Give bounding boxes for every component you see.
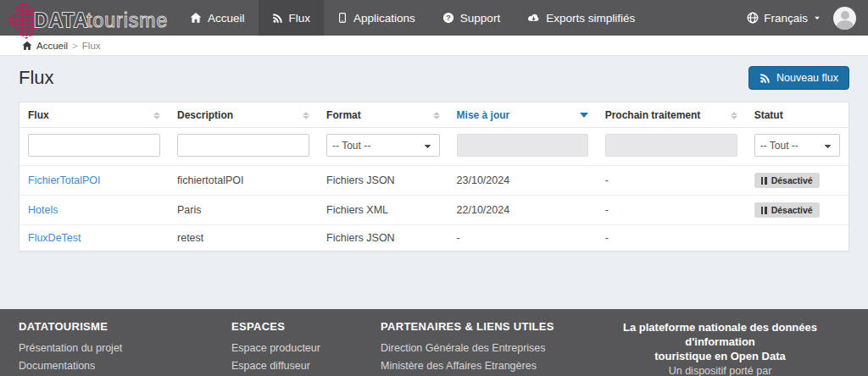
user-avatar[interactable] [833, 7, 856, 30]
filter-input-disabled-mise-jour [457, 134, 588, 157]
column-label: Description [177, 109, 233, 121]
footer-links: Présentation du projetDocumentationsRess… [19, 340, 231, 376]
footer-heading: DATATOURISME [19, 320, 231, 333]
sort-icon[interactable] [731, 112, 737, 119]
cell-format: Fichiers XML [318, 196, 448, 225]
filter-select-statut[interactable]: -- Tout -- [754, 134, 840, 157]
cell-description: retest [169, 225, 318, 252]
cell-next: - [597, 225, 746, 252]
page-footer: DATATOURISME Présentation du projetDocum… [0, 309, 868, 376]
language-label: Français [764, 12, 808, 25]
column-header-flux[interactable]: Flux [19, 102, 169, 128]
footer-link[interactable]: Ministère des Affaires Etrangères [381, 360, 537, 372]
cell-updated: - [448, 225, 597, 252]
footer-link[interactable]: Espace producteur [231, 342, 320, 354]
column-header-format[interactable]: Format [318, 102, 448, 128]
footer-links: Espace producteurEspace diffuseurEspace … [231, 340, 381, 376]
tablet-icon [337, 12, 348, 24]
flux-link[interactable]: Hotels [28, 204, 58, 216]
footer-link[interactable]: Direction Générale des Entreprises [381, 342, 546, 354]
cell-format: Fichiers JSON [318, 166, 448, 196]
new-flux-button-label: Nouveau flux [776, 72, 838, 84]
column-label: Flux [28, 109, 49, 121]
nav-item-accueil[interactable]: Accueil [176, 0, 259, 36]
nav-item-applications[interactable]: Applications [324, 0, 429, 36]
flux-link[interactable]: FluxDeTest [28, 232, 81, 244]
page-title: Flux [19, 67, 54, 89]
cell-description: Paris [169, 196, 318, 225]
table-row: FluxDeTestretestFichiers JSON-- [19, 225, 849, 252]
sort-icon[interactable] [433, 112, 440, 119]
footer-link-item: Espace diffuseur [231, 357, 381, 373]
flux-link[interactable]: FichierTotalPOI [28, 174, 100, 186]
cell-status [746, 225, 849, 252]
brand-text-tourisme: tourisme [86, 9, 168, 31]
nav-item-label: Support [460, 12, 500, 25]
nav-item-label: Applications [353, 12, 415, 25]
flux-table-panel: FluxDescriptionFormatMise à jourProchain… [19, 102, 849, 252]
pause-icon [761, 207, 767, 214]
rss-icon [272, 13, 283, 24]
column-header-statut: Statut [746, 102, 849, 128]
footer-link[interactable]: Documentations [19, 360, 95, 372]
footer-link[interactable]: Espace diffuseur [231, 360, 310, 372]
page-header: Flux Nouveau flux [19, 66, 849, 90]
footer-link-item: Espace producteur [231, 340, 381, 356]
footer-heading: ESPACES [231, 320, 381, 333]
filter-input-flux[interactable] [28, 134, 160, 157]
filter-input-description[interactable] [177, 134, 309, 157]
caret-down-icon [813, 14, 821, 22]
nav-item-support[interactable]: ?Support [429, 0, 514, 36]
cell-updated: 23/10/2024 [448, 166, 597, 196]
status-badge-desactive: Désactivé [754, 173, 820, 188]
pause-icon [761, 177, 767, 185]
top-navbar: DATA tourisme AccueilFluxApplications?Su… [0, 0, 868, 36]
footer-col-espaces: ESPACES Espace producteurEspace diffuseu… [231, 320, 381, 376]
navbar-right: Français [747, 0, 868, 36]
nav-item-label: Exports simplifiés [546, 12, 635, 25]
sort-desc-icon[interactable] [580, 113, 588, 118]
datatourisme-logo-graphic: DATA tourisme [5, 0, 175, 42]
cell-status: Désactivé [746, 196, 849, 225]
footer-link-item: Présentation du projet [19, 340, 231, 356]
cell-next: - [597, 196, 746, 225]
footer-tagline: La plateforme nationale des données d'in… [591, 320, 849, 363]
column-label: Statut [754, 109, 783, 121]
footer-link[interactable]: Présentation du projet [19, 342, 122, 354]
language-selector[interactable]: Français [747, 12, 821, 25]
nav-item-exports-simplifi-s[interactable]: Exports simplifiés [514, 0, 648, 36]
home-icon [190, 12, 202, 24]
sort-icon[interactable] [303, 112, 309, 119]
footer-tagline-block: La plateforme nationale des données d'in… [591, 320, 849, 376]
filter-input-disabled-prochain-traitement [605, 134, 737, 157]
cell-format: Fichiers JSON [318, 225, 448, 252]
table-row: HotelsParisFichiers XML22/10/2024-Désact… [19, 196, 849, 225]
table-filter-row: -- Tout ---- Tout -- [19, 128, 849, 166]
column-header-prochain-traitement[interactable]: Prochain traitement [597, 102, 746, 128]
datatourisme-logo[interactable]: DATA tourisme [5, 0, 175, 42]
status-badge-label: Désactivé [771, 175, 813, 185]
filter-select-format[interactable]: -- Tout -- [326, 134, 440, 157]
cell-updated: 22/10/2024 [448, 196, 597, 225]
sort-icon[interactable] [153, 112, 160, 119]
column-label: Prochain traitement [605, 109, 701, 121]
footer-col-datatourisme: DATATOURISME Présentation du projetDocum… [19, 320, 231, 376]
column-header-description[interactable]: Description [169, 102, 318, 128]
table-row: FichierTotalPOIfichiertotalPOIFichiers J… [19, 166, 849, 196]
footer-col-partenaires: PARTENAIRES & LIENS UTILES Direction Gén… [381, 320, 591, 376]
column-header-mise-jour[interactable]: Mise à jour [448, 102, 597, 128]
avatar-body [837, 20, 854, 30]
cell-status: Désactivé [746, 166, 849, 196]
status-badge-desactive: Désactivé [754, 202, 820, 218]
new-flux-button[interactable]: Nouveau flux [748, 66, 849, 90]
footer-subline: Un dispositif porté par [591, 365, 849, 376]
cell-next: - [597, 166, 746, 196]
table-header-row: FluxDescriptionFormatMise à jourProchain… [19, 102, 849, 128]
status-badge-label: Désactivé [771, 205, 813, 215]
footer-link-item: Direction Générale des Entreprises [381, 340, 591, 356]
nav-item-label: Accueil [208, 12, 245, 25]
footer-link-item: Ministère des Affaires Etrangères [381, 357, 591, 373]
avatar-head [841, 11, 849, 19]
column-label: Format [326, 109, 361, 121]
nav-item-flux[interactable]: Flux [259, 0, 325, 36]
